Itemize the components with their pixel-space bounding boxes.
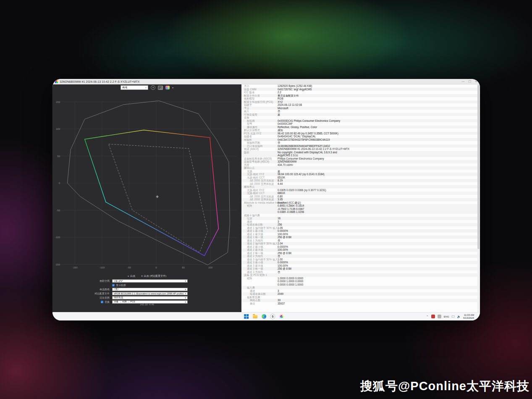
svg-text:-100: -100	[55, 236, 60, 239]
plot-toolbar: 色域 ▾ ? ▾	[52, 84, 241, 91]
profile-info-row: 设备	[241, 116, 480, 119]
chevron-down-icon: ▾	[145, 86, 147, 89]
profile-info-row: 制造商0x0000DC41 Philips Consumer Electroni…	[241, 119, 480, 123]
photo-background: 32M2N6800MW #1 2024-06-13 10-42 2.2 F-S …	[0, 0, 532, 399]
svg-text:0: 0	[59, 182, 60, 184]
profile-info-row: 通道 2 最大值100.00%	[241, 248, 480, 252]
svg-text:-150: -150	[72, 266, 78, 269]
checkbox-label: 显示轮廓	[116, 284, 126, 287]
palette-icon[interactable]	[165, 86, 170, 89]
profile-info-row: PCS 光源 XYZ96.42 100.00 82.49 (xy 0.3457 …	[241, 132, 480, 135]
profile-info-row: 设备型号名称 (ASCII)32M2N6800MW	[241, 160, 480, 163]
gamut-chart[interactable]: -150-100-50050100150100500-50-100-150	[52, 84, 241, 273]
profile-info-row: 通道3	[241, 220, 480, 223]
profile-info-row: 矩阵1.0000 0.0000 0.0000 0.0000 1.0000 0.0…	[241, 277, 480, 286]
plot-option-row: 渲染意图绝对色度▾	[52, 296, 241, 300]
windows-taskbar: S ⌃ ENG 🖵 🔉 11:03 AM 6/13/2024	[52, 312, 480, 320]
profile-info-row: 通道 1 唯一值256 @ 8 Bit	[241, 236, 480, 239]
dropdown[interactable]: CIE a*b*▾	[112, 279, 188, 283]
checkbox[interactable]: ✓	[112, 284, 115, 286]
profile-info-row: 通道 2 最小值0.0000%	[241, 245, 480, 249]
profile-info-row: 通道 1 为线性否	[241, 239, 480, 242]
dropdown[interactable]: <无>▾	[112, 288, 188, 291]
close-button[interactable]: ✕	[475, 80, 477, 83]
scrollbar-thumb[interactable]	[477, 85, 480, 249]
profile-info-row: 可独立使用是	[241, 113, 480, 116]
plot-option-row: 色温曲线<无>▾	[52, 287, 241, 291]
tray-app-gray-icon[interactable]	[438, 315, 441, 318]
profile-info-row: 创建于2024-06-13 11:02:08	[241, 103, 480, 107]
profile-info-row: ΔE 2000 至日光轨迹8.29	[241, 179, 480, 182]
plot-options-form: 色彩空间CIE a*b*▾✓显示轮廓色温曲线<无>▾对比配置文件sRGB IEC…	[52, 279, 241, 304]
svg-text:50: 50	[57, 155, 60, 158]
info-icon[interactable]: ?	[151, 85, 155, 90]
profile-info-row: ΔE 2000 至黑体轨迹4.44	[241, 182, 480, 186]
profile-info-row: 色彩查找表	[241, 296, 480, 299]
start-button[interactable]	[244, 314, 249, 319]
profile-info-row: 通道 1 伽玛值于 50% 输入1.05	[241, 226, 480, 230]
dropdown[interactable]: 绝对色度▾	[112, 296, 188, 299]
svg-text:-150: -150	[55, 263, 60, 266]
profile-info-row: 光源-相对 XYZ98.64 100.00 115.42 (xy 0.3141 …	[241, 173, 480, 176]
minimize-button[interactable]: —	[462, 80, 465, 83]
profile-info-row: 通道 2 伽玛值于 50% 输入1.04	[241, 242, 480, 245]
maximize-button[interactable]: ▢	[469, 80, 472, 83]
dropdown[interactable]: sRGB IEC61966-2.1 (Equivalent to www.srg…	[112, 292, 188, 295]
monitor-screen: 32M2N6800MW #1 2024-06-13 10-42 2.2 F-S …	[52, 79, 480, 320]
profile-info-row: 通道 2 唯一值256 @ 8 Bit	[241, 252, 480, 255]
plot-type-select[interactable]: 色域 ▾	[121, 85, 148, 90]
profile-info-row: 网格点数33	[241, 299, 480, 302]
palette-chevron-icon[interactable]: ▾	[172, 86, 173, 89]
scrollbar[interactable]	[477, 84, 480, 312]
svg-text:100: 100	[208, 266, 213, 269]
profile-info-row: 通道 1 最大值100.00%	[241, 233, 480, 236]
profile-info-row: 配置文件连接空间 (PCS)XYZ	[241, 100, 480, 104]
profile-info-row: 通道 1 最小值0.0000%	[241, 229, 480, 233]
profile-info-row: 型号0x0000C34F	[241, 122, 480, 126]
tray-app-red-icon[interactable]	[431, 315, 435, 318]
clock[interactable]: 11:03 AM 6/13/2024	[463, 314, 474, 319]
profile-info-row: ΔE 2000 至日光轨迹0.80	[241, 195, 480, 198]
profile-info-row: 版权No copyright. Created with DisplayCAL …	[241, 151, 480, 157]
profile-info-row: 媒体属性Reflective, Glossy, Positive, Color	[241, 126, 480, 129]
image-icon[interactable]	[158, 86, 163, 90]
profile-info-row: 矩阵0.8951 0.2664 -0.1614 -0.7502 1.7135 0…	[241, 204, 480, 214]
profile-info-row: ΔE 2000 至黑体轨迹3.95	[241, 198, 480, 201]
svg-text:50: 50	[182, 266, 185, 269]
gamut-plot-panel: 色域 ▾ ? ▾ -150-100-50050100150100500-50-1…	[52, 84, 241, 312]
profile-info-row: 通道 3 伽玛值于 50% 输入1.00	[241, 258, 480, 261]
tray-chevron-up-icon[interactable]: ⌃	[426, 315, 429, 318]
profile-info-row: 校验和匹配否	[241, 141, 480, 144]
displaycal-app-icon[interactable]	[279, 314, 284, 319]
window-title: 32M2N6800MW #1 2024-06-13 10-42 2.2 F-S …	[60, 80, 139, 83]
legend-whitepoint-compare: ×白点 (对比配置文件)	[141, 274, 166, 278]
display-icon[interactable]: 🖵	[452, 315, 455, 318]
chevron-down-icon: ▾	[185, 288, 186, 291]
profile-info-row: 每通道条目数256	[241, 223, 480, 226]
speaker-icon[interactable]: 🔉	[457, 315, 461, 318]
chevron-down-icon: ▾	[185, 292, 186, 295]
language-indicator[interactable]: ENG	[444, 315, 449, 318]
profile-info-row: 首选 CMM0x6172676C 'argl' ArgyllCMS	[241, 88, 480, 91]
file-explorer-icon[interactable]	[252, 314, 257, 319]
clock-time: 11:03 AM	[463, 314, 474, 317]
profile-info-row: 光源-相对 CCT6861K	[241, 192, 480, 195]
svg-text:-50: -50	[56, 209, 60, 212]
s-app-icon[interactable]: S	[270, 314, 275, 319]
profile-info-row: 嵌入否	[241, 110, 480, 113]
legend-whitepoint: +白点	[128, 274, 136, 278]
profile-info-row: 通道 2 为线性否	[241, 255, 480, 258]
app-icon	[55, 80, 58, 83]
profile-info-row: 光源是	[241, 170, 480, 173]
plot-option-row: ✓显示轮廓	[52, 283, 241, 287]
profile-info-row: 媒体白点	[241, 166, 480, 170]
profile-info-row: 每通道条目数2049	[241, 292, 480, 296]
profile-info-row: 校验和0x6C5A7275D943275F6FC9960389C4A119	[241, 138, 480, 142]
profile-info-rows: 大小1282520 Bytes (1252.46 KiB)首选 CMM0x617…	[241, 84, 480, 305]
cursor-coordinates: 142.18 -4.46	[52, 303, 241, 306]
plot-option-row: 对比配置文件sRGB IEC61966-2.1 (Equivalent to w…	[52, 291, 241, 296]
profile-info-row: 默认渲染模式感知	[241, 129, 480, 132]
window-titlebar: 32M2N6800MW #1 2024-06-13 10-42 2.2 F-S …	[52, 79, 480, 84]
profile-info-row: 媒体黑点	[241, 185, 480, 189]
edge-browser-icon[interactable]	[261, 314, 266, 319]
